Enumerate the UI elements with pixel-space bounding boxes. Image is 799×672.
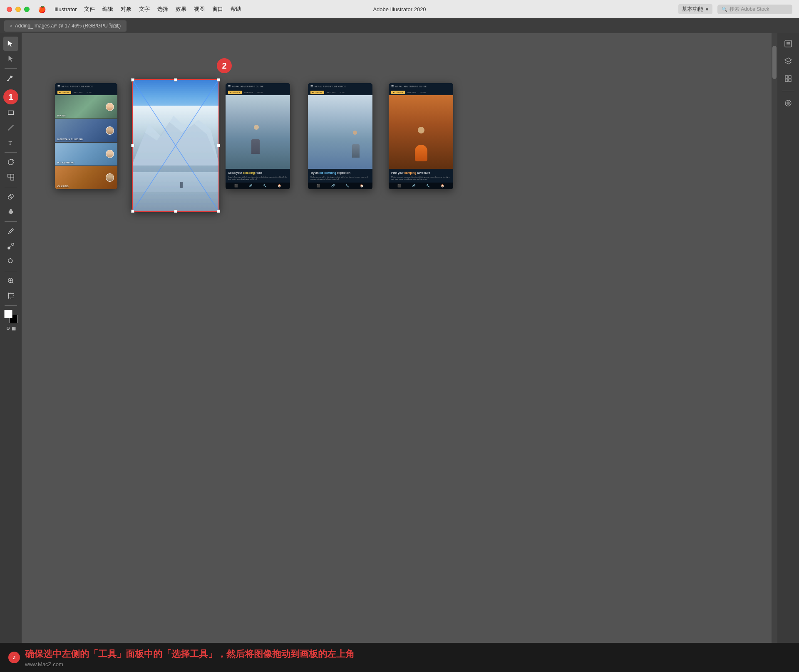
menu-help[interactable]: 帮助 bbox=[231, 5, 241, 13]
instruction-content: 确保选中左侧的「工具」面板中的「选择工具」，然后将图像拖动到画板的左上角 bbox=[25, 648, 355, 660]
phone-4-tab-weather[interactable]: WEATHER bbox=[325, 91, 337, 94]
svg-point-10 bbox=[8, 195, 12, 199]
phone-4-title: NEPAL ADVENTURE GUIDE bbox=[315, 85, 346, 88]
direct-selection-tool[interactable] bbox=[3, 52, 18, 66]
menu-illustrator[interactable]: Illustrator bbox=[55, 6, 77, 12]
fill-swatch[interactable] bbox=[4, 310, 12, 318]
phone-4-tab-activities[interactable]: ACTIVITIES bbox=[310, 91, 324, 94]
phone-3-tab-weather[interactable]: WEATHER bbox=[243, 91, 255, 94]
lasso-tool[interactable] bbox=[3, 254, 18, 268]
phone-5-tab-weather[interactable]: WEATHER bbox=[406, 91, 418, 94]
workspace-selector[interactable]: 基本功能 ▼ bbox=[678, 4, 712, 14]
svg-rect-22 bbox=[9, 294, 13, 298]
phone-1-tab-food[interactable]: FOOD bbox=[85, 91, 94, 94]
svg-text:T: T bbox=[9, 140, 12, 146]
shape-builder-tool[interactable] bbox=[3, 190, 18, 204]
phone-4-tab-food[interactable]: FOOD bbox=[338, 91, 347, 94]
phone-3-tab-activities[interactable]: ACTIVITIES bbox=[228, 91, 242, 94]
libraries-panel-button[interactable] bbox=[781, 72, 796, 86]
phone-1-tab-weather[interactable]: WEATHER bbox=[72, 91, 84, 94]
menu-select[interactable]: 选择 bbox=[157, 5, 168, 13]
svg-rect-45 bbox=[789, 76, 791, 78]
tool-separator-1 bbox=[5, 68, 17, 69]
line-tool[interactable] bbox=[3, 121, 18, 135]
tab-close[interactable]: × bbox=[10, 24, 12, 28]
adobe-stock-search[interactable]: 🔍 搜索 Adobe Stock bbox=[717, 5, 792, 14]
phone-3-body: Nepal offers unparalleled mountaineering… bbox=[228, 176, 288, 180]
phone-1-tabs: ACTIVITIES WEATHER FOOD bbox=[55, 90, 117, 95]
document-tab[interactable]: × Adding_Images.ai* @ 17.46% (RGB/GPU 预览… bbox=[4, 20, 127, 32]
maximize-button[interactable] bbox=[24, 7, 30, 12]
hamburger-icon-4: ☰ bbox=[310, 85, 313, 88]
layers-panel-button[interactable] bbox=[781, 54, 796, 68]
menu-right: 基本功能 ▼ 🔍 搜索 Adobe Stock bbox=[678, 4, 792, 14]
eyedropper-tool[interactable] bbox=[3, 224, 18, 238]
bottom-icon-phone4-4: 🏠 bbox=[360, 184, 364, 188]
camper-figure bbox=[415, 145, 427, 161]
phone-3-tab-food[interactable]: FOOD bbox=[256, 91, 265, 94]
artboard-tool[interactable] bbox=[3, 289, 18, 303]
phone-4-content-area: Try an ice climbing expedition Challenge… bbox=[308, 169, 372, 183]
menu-view[interactable]: 视图 bbox=[194, 5, 205, 13]
rotate-tool[interactable] bbox=[3, 155, 18, 169]
menu-items: Illustrator 文件 编辑 对象 文字 选择 效果 视图 窗口 帮助 bbox=[55, 5, 241, 13]
pen-tool[interactable] bbox=[3, 71, 18, 85]
svg-point-2 bbox=[11, 76, 12, 78]
scale-tool[interactable] bbox=[3, 170, 18, 184]
menu-text[interactable]: 文字 bbox=[139, 5, 150, 13]
svg-rect-3 bbox=[8, 111, 14, 115]
bottom-icon-phone3-2: 🔗 bbox=[249, 184, 253, 188]
minimize-button[interactable] bbox=[15, 7, 21, 12]
menu-effect[interactable]: 效果 bbox=[176, 5, 186, 13]
search-placeholder: 搜索 Adobe Stock bbox=[730, 6, 769, 13]
face-hiking bbox=[106, 103, 114, 111]
text-tool[interactable]: T bbox=[3, 136, 18, 150]
menu-file[interactable]: 文件 bbox=[84, 5, 95, 13]
menu-window[interactable]: 窗口 bbox=[212, 5, 223, 13]
svg-point-49 bbox=[787, 101, 790, 105]
close-button[interactable] bbox=[7, 7, 12, 12]
menu-edit[interactable]: 编辑 bbox=[102, 5, 113, 13]
backpack-figure bbox=[251, 139, 260, 154]
bottom-icon-phone4-2: 🔗 bbox=[331, 184, 335, 188]
phone-1-content: ☰ NEPAL ADVENTURE GUIDE ACTIVITIES WEATH… bbox=[55, 83, 117, 189]
phone-4-body: Challenge yourself by climbing a vertica… bbox=[310, 176, 370, 180]
blob-brush-tool[interactable] bbox=[3, 205, 18, 219]
menu-object[interactable]: 对象 bbox=[121, 5, 132, 13]
section-camping: CAMPING bbox=[55, 166, 117, 189]
blend-tool[interactable] bbox=[3, 239, 18, 253]
appearance-panel-button[interactable] bbox=[781, 96, 796, 110]
step-badge-2: 2 bbox=[217, 58, 232, 73]
svg-line-14 bbox=[8, 233, 10, 234]
svg-rect-46 bbox=[785, 79, 788, 82]
zoom-tool[interactable] bbox=[3, 274, 18, 288]
phone-1-tab-activities[interactable]: ACTIVITIES bbox=[57, 91, 71, 94]
phone-5-hero bbox=[389, 95, 453, 169]
phone-4-bottom-icons: ⬛ 🔗 🔧 🏠 bbox=[308, 183, 372, 189]
canvas-scrollbar[interactable] bbox=[772, 33, 777, 672]
none-swatch[interactable]: ⊘ bbox=[6, 326, 10, 331]
svg-point-16 bbox=[12, 243, 14, 245]
scroll-handle[interactable] bbox=[772, 46, 777, 79]
phone-3-bottom-icons: ⬛ 🔗 🔧 🏠 bbox=[226, 183, 290, 189]
instruction-red-text: 确保选中左侧的「工具」面板中的「选择工具」，然后将图像拖动到画板的左上角 bbox=[25, 649, 355, 659]
phone-3-headline: Scout your climbing route bbox=[228, 171, 288, 175]
face-ice bbox=[106, 150, 114, 158]
selection-tool[interactable] bbox=[3, 37, 18, 51]
section-ice-label: ICE CLIMBING bbox=[57, 161, 74, 164]
phone-5-tab-activities[interactable]: ACTIVITIES bbox=[391, 91, 405, 94]
section-mountain: MOUNTAIN CLIMBING bbox=[55, 119, 117, 143]
canvas-area[interactable]: ☰ NEPAL ADVENTURE GUIDE ACTIVITIES WEATH… bbox=[22, 33, 777, 672]
svg-line-4 bbox=[8, 125, 14, 131]
color-swatches[interactable] bbox=[4, 310, 17, 323]
properties-panel-button[interactable] bbox=[781, 37, 796, 51]
phone-mockup-4: ☰ NEPAL ADVENTURE GUIDE ACTIVITIES WEATH… bbox=[308, 83, 372, 189]
instruction-container: 确保选中左侧的「工具」面板中的「选择工具」，然后将图像拖动到画板的左上角 www… bbox=[25, 648, 791, 667]
phone-5-headline: Plan your camping adventure bbox=[391, 171, 451, 175]
phone-5-tab-food[interactable]: FOOD bbox=[419, 91, 428, 94]
main-layout: 1 T bbox=[0, 33, 799, 672]
apple-menu[interactable]: 🍎 bbox=[38, 5, 46, 13]
bottom-icon-phone5-2: 🔗 bbox=[412, 184, 416, 188]
gradient-swatch[interactable]: ▦ bbox=[12, 326, 16, 331]
rectangle-tool[interactable] bbox=[3, 106, 18, 120]
